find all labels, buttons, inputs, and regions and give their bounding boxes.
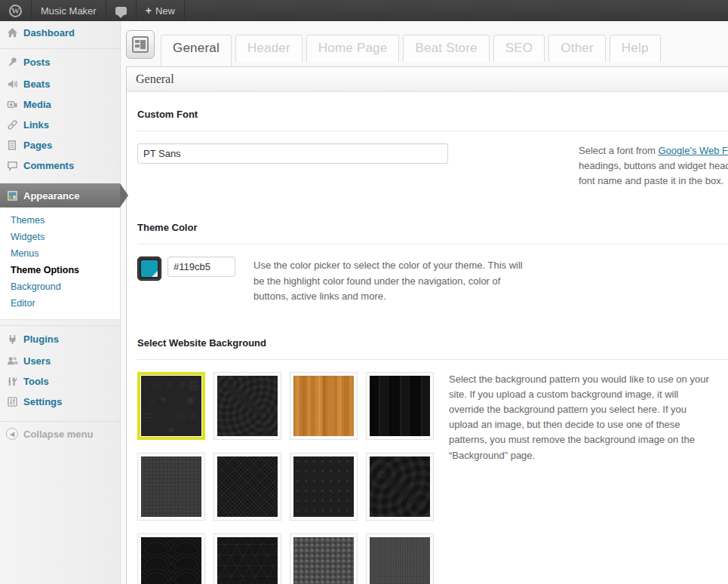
- custom-font-section: Custom Font Select a font from Google's …: [127, 92, 728, 205]
- pages-icon: [6, 140, 18, 151]
- tab-row: GeneralHeaderHome PageBeat StoreSEOOther…: [126, 30, 728, 62]
- background-pattern-gray-linen[interactable]: [366, 533, 434, 584]
- tools-icon: [6, 376, 18, 387]
- color-swatch-fill: [141, 260, 158, 277]
- media-icon: [6, 99, 18, 110]
- sidebar-item-label: Media: [23, 99, 51, 110]
- background-pattern-music-doodles-dark[interactable]: [137, 372, 205, 440]
- submenu-item-widgets[interactable]: Widgets: [0, 229, 120, 245]
- submenu-item-theme-options[interactable]: Theme Options: [0, 262, 120, 278]
- sidebar-item-label: Dashboard: [23, 27, 75, 38]
- wordpress-logo-icon: W: [9, 5, 22, 17]
- submenu-item-editor[interactable]: Editor: [0, 295, 120, 312]
- custom-font-input[interactable]: [137, 143, 448, 164]
- admin-bar: W Music Maker + New: [0, 0, 728, 21]
- pattern-preview: [293, 456, 354, 517]
- sidebar-item-label: Plugins: [23, 333, 59, 345]
- house-icon: [6, 27, 18, 38]
- tab-help[interactable]: Help: [610, 35, 661, 62]
- theme-options-layout-icon: [126, 30, 155, 59]
- sidebar-item-label: Appearance: [23, 190, 79, 201]
- background-pattern-dark-speckle[interactable]: [290, 453, 358, 521]
- users-icon: [6, 355, 18, 367]
- collapse-menu-label: Collapse menu: [23, 429, 93, 440]
- sidebar-item-label: Settings: [23, 396, 62, 407]
- tab-other[interactable]: Other: [548, 35, 606, 62]
- pattern-preview: [370, 456, 430, 517]
- sidebar-item-settings[interactable]: Settings: [0, 392, 120, 412]
- collapse-menu-button[interactable]: ◀ Collapse menu: [0, 421, 120, 446]
- background-pattern-dark-fabric-weave[interactable]: [213, 453, 281, 521]
- comment-bubble-icon: [6, 160, 18, 171]
- chain-links-icon: [6, 119, 18, 131]
- submenu-item-background[interactable]: Background: [0, 278, 120, 295]
- tab-home-page[interactable]: Home Page: [306, 35, 400, 62]
- divider: [137, 244, 728, 244]
- appearance-submenu: ThemesWidgetsMenusTheme OptionsBackgroun…: [0, 207, 120, 320]
- speaker-icon: [6, 78, 18, 90]
- background-section: Select Website Background Select the bac…: [127, 321, 728, 584]
- speech-bubble-icon: [115, 7, 127, 15]
- background-pattern-dark-scallops[interactable]: [137, 533, 205, 584]
- pattern-preview: [293, 537, 354, 584]
- tab-seo[interactable]: SEO: [493, 35, 545, 62]
- sidebar-item-comments[interactable]: Comments: [0, 155, 120, 176]
- plug-icon: [6, 333, 18, 345]
- divider: [137, 359, 728, 360]
- custom-font-description: Select a font from Google's Web Font Dir…: [579, 143, 728, 189]
- background-pattern-dark-wood-planks[interactable]: [366, 372, 434, 440]
- sidebar-item-pages[interactable]: Pages: [0, 135, 120, 155]
- plus-icon: +: [146, 5, 152, 17]
- background-pattern-concentric-circles-dark[interactable]: [213, 372, 281, 440]
- collapse-arrow-icon: ◀: [6, 428, 18, 440]
- tab-header[interactable]: Header: [235, 35, 303, 62]
- submenu-item-themes[interactable]: Themes: [0, 212, 120, 229]
- tab-beat-store[interactable]: Beat Store: [403, 35, 489, 62]
- background-pattern-dark-large-circles[interactable]: [366, 453, 434, 521]
- background-pattern-grid: [137, 372, 434, 584]
- tabs: GeneralHeaderHome PageBeat StoreSEOOther…: [161, 35, 665, 62]
- background-pattern-dark-hexagons[interactable]: [213, 533, 281, 584]
- sidebar-menu: DashboardPostsBeatsMediaLinksPagesCommen…: [0, 23, 120, 412]
- new-label: New: [155, 5, 175, 17]
- divider: [137, 131, 728, 131]
- panel-title: General: [127, 67, 728, 92]
- sidebar-item-beats[interactable]: Beats: [0, 74, 120, 94]
- theme-color-section: Theme Color Use the color picker to sele…: [127, 205, 728, 320]
- admin-sidebar: DashboardPostsBeatsMediaLinksPagesCommen…: [0, 21, 121, 584]
- background-pattern-gray-noise[interactable]: [137, 453, 205, 521]
- submenu-item-menus[interactable]: Menus: [0, 245, 120, 262]
- background-pattern-gray-floral-dots[interactable]: [290, 533, 358, 584]
- pattern-preview: [217, 456, 278, 517]
- settings-icon: [6, 396, 18, 407]
- theme-color-description: Use the color picker to select the color…: [253, 258, 533, 303]
- color-picker-swatch[interactable]: [137, 257, 161, 281]
- admin-bar-comments[interactable]: [106, 0, 137, 21]
- sidebar-item-links[interactable]: Links: [0, 115, 120, 135]
- sidebar-item-tools[interactable]: Tools: [0, 371, 120, 392]
- sidebar-item-media[interactable]: Media: [0, 94, 120, 115]
- pattern-preview: [141, 456, 201, 517]
- tab-general[interactable]: General: [161, 35, 232, 66]
- sidebar-item-plugins[interactable]: Plugins: [0, 325, 120, 351]
- sidebar-item-appearance[interactable]: Appearance: [0, 183, 120, 207]
- sidebar-item-label: Links: [23, 119, 49, 131]
- sidebar-item-users[interactable]: Users: [0, 351, 120, 371]
- site-name-menu[interactable]: Music Maker: [32, 0, 106, 21]
- main-content: GeneralHeaderHome PageBeat StoreSEOOther…: [121, 21, 728, 584]
- pattern-preview: [293, 376, 354, 436]
- pattern-preview: [370, 537, 430, 584]
- sidebar-item-label: Pages: [23, 140, 52, 151]
- pattern-preview: [370, 376, 430, 436]
- background-label: Select Website Background: [137, 337, 728, 349]
- sidebar-item-dashboard[interactable]: Dashboard: [0, 23, 120, 43]
- theme-color-input[interactable]: [167, 257, 235, 277]
- google-web-font-directory-link[interactable]: Google's Web Font Directory: [659, 145, 728, 156]
- theme-options-panel: General Custom Font Select a font from G…: [126, 66, 728, 584]
- sidebar-item-posts[interactable]: Posts: [0, 48, 120, 74]
- wordpress-logo[interactable]: W: [0, 0, 32, 21]
- sidebar-item-label: Comments: [23, 160, 74, 171]
- background-pattern-light-wood[interactable]: [290, 372, 358, 440]
- site-name-label: Music Maker: [41, 5, 97, 17]
- admin-bar-new[interactable]: + New: [137, 0, 185, 21]
